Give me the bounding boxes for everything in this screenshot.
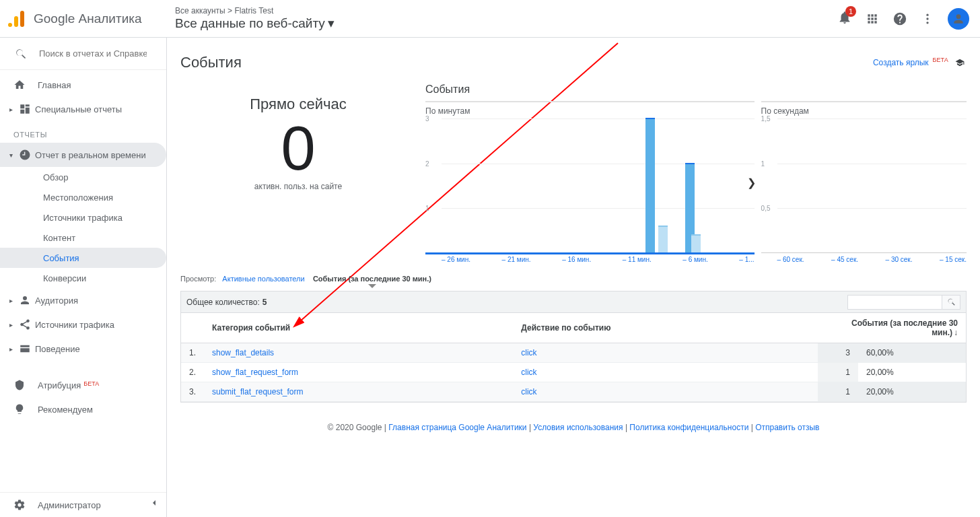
event-count: 3 — [818, 343, 858, 363]
chevron-left-icon — [149, 497, 160, 508]
table-search-button[interactable] — [942, 295, 960, 310]
total-label: Общее количество: — [186, 298, 260, 307]
sort-desc-icon: ↓ — [954, 328, 958, 337]
dashboard-row: Прямо сейчас 0 активн. польз. на сайте С… — [180, 83, 967, 264]
table-row[interactable]: 2.show_flat_request_formclick120,00% — [181, 363, 966, 382]
chart-per-second: По секундам 0,511,5– 60 сек.– 45 сек.– 3… — [761, 101, 967, 264]
sidebar-item-content[interactable]: Контент — [0, 228, 166, 248]
col-category[interactable]: Категория событий — [204, 313, 513, 343]
sidebar-search[interactable] — [0, 38, 166, 70]
sidebar-item-custom-reports[interactable]: ▸ Специальные отчеты — [0, 97, 166, 121]
sidebar-item-label: Аудитория — [35, 296, 78, 306]
footer-link-terms[interactable]: Условия использования — [533, 423, 623, 432]
event-percent: 20,00% — [858, 382, 966, 402]
gear-icon — [13, 499, 26, 511]
sidebar-item-label: Местоположения — [43, 193, 113, 203]
event-action-link[interactable]: click — [513, 343, 818, 363]
sidebar-item-label: Источники трафика — [43, 213, 123, 223]
caret-right-icon: ▸ — [9, 106, 15, 113]
notifications-button[interactable]: 1 — [837, 10, 852, 28]
apps-icon[interactable] — [866, 12, 879, 26]
sidebar-item-conversions[interactable]: Конверсии — [0, 268, 166, 288]
main-content: События Создать ярлык БЕТА Прямо сейчас … — [167, 38, 980, 517]
svg-point-1 — [926, 18, 928, 20]
footer-link-privacy[interactable]: Политика конфиденциальности — [629, 423, 748, 432]
right-now-panel: Прямо сейчас 0 активн. польз. на сайте — [180, 83, 416, 264]
breadcrumb: Все аккаунты > Flatris Test — [175, 6, 335, 15]
table-search-input[interactable] — [847, 295, 942, 310]
sidebar-item-home[interactable]: Главная — [0, 73, 166, 97]
sidebar-item-audience[interactable]: ▸ Аудитория — [0, 288, 166, 312]
col-action[interactable]: Действие по событию — [513, 313, 818, 343]
chart-label: По минутам — [425, 106, 755, 116]
sidebar-item-admin[interactable]: Администратор — [0, 493, 166, 517]
sidebar-item-realtime[interactable]: ▾ Отчет в реальном времени — [0, 143, 166, 167]
sidebar-item-label: Главная — [38, 80, 71, 90]
sidebar-item-locations[interactable]: Местоположения — [0, 187, 166, 207]
event-category-link[interactable]: show_flat_request_form — [204, 363, 513, 382]
beta-chip: БЕТА — [83, 380, 99, 387]
notification-badge: 1 — [845, 6, 856, 17]
property-selector[interactable]: Все аккаунты > Flatris Test Все данные п… — [175, 6, 335, 31]
sidebar-item-acquisition[interactable]: ▸ Источники трафика — [0, 312, 166, 337]
create-shortcut-link[interactable]: Создать ярлык БЕТА — [873, 58, 967, 67]
sidebar-item-traffic[interactable]: Источники трафика — [0, 207, 166, 228]
events-table: Общее количество: 5 Категория событий Де… — [180, 291, 967, 403]
sidebar-item-events[interactable]: События — [0, 248, 166, 268]
person-icon — [19, 294, 31, 306]
help-icon[interactable] — [893, 11, 907, 26]
row-index: 2. — [181, 363, 204, 382]
person-icon — [952, 12, 965, 26]
account-avatar[interactable] — [948, 8, 969, 30]
sidebar-item-label: Специальные отчеты — [35, 104, 122, 114]
event-category-link[interactable]: submit_flat_request_form — [204, 382, 513, 402]
col-events[interactable]: События (за последние 30 мин.)↓ — [818, 313, 966, 343]
row-index: 1. — [181, 343, 204, 363]
caret-right-icon: ▸ — [9, 297, 15, 304]
share-icon — [19, 318, 31, 331]
caret-right-icon: ▸ — [9, 345, 15, 353]
event-count: 1 — [818, 363, 858, 382]
table-row[interactable]: 3.submit_flat_request_formclick120,00% — [181, 382, 966, 402]
tab-active-users[interactable]: Активные пользователи — [222, 275, 304, 283]
sidebar-item-attribution[interactable]: АтрибуцияБЕТА — [0, 373, 166, 397]
sidebar-item-label: Администратор — [38, 500, 101, 510]
total-count: 5 — [262, 298, 267, 307]
lightbulb-icon — [13, 403, 26, 415]
chevron-down-icon: ▾ — [328, 15, 335, 31]
sidebar-item-label: Атрибуция — [38, 380, 81, 390]
dashboard-icon — [19, 103, 31, 115]
sidebar: Главная ▸ Специальные отчеты ОТЧЕТЫ ▾ От… — [0, 38, 167, 517]
sidebar-item-label: Обзор — [43, 172, 69, 182]
home-icon — [13, 79, 26, 91]
event-action-link[interactable]: click — [513, 382, 818, 402]
attribution-icon — [13, 379, 26, 391]
footer-link-feedback[interactable]: Отправить отзыв — [755, 423, 819, 432]
event-category-link[interactable]: show_flat_details — [204, 343, 513, 363]
footer-link-home[interactable]: Главная страница Google Аналитики — [388, 423, 526, 432]
view-tabs: Просмотр: Активные пользователи События … — [180, 275, 967, 288]
page-title: События — [180, 54, 242, 71]
graduation-cap-icon[interactable] — [953, 58, 967, 67]
chart-label: По секундам — [761, 106, 967, 116]
search-icon — [947, 298, 956, 306]
beta-chip: БЕТА — [933, 57, 948, 63]
sidebar-item-discover[interactable]: Рекомендуем — [0, 397, 166, 421]
svg-point-0 — [926, 13, 928, 15]
right-now-title: Прямо сейчас — [180, 96, 416, 113]
chart-next-button[interactable]: ❯ — [747, 176, 756, 189]
event-action-link[interactable]: click — [513, 363, 818, 382]
active-users-count: 0 — [180, 117, 416, 179]
tab-events-30min[interactable]: События (за последние 30 мин.) — [313, 275, 431, 288]
sidebar-item-label: Конверсии — [43, 273, 86, 283]
event-percent: 60,00% — [858, 343, 966, 363]
logo-area[interactable]: Google Аналитика — [8, 9, 175, 28]
more-icon[interactable] — [921, 12, 934, 26]
window-icon — [19, 343, 31, 355]
table-row[interactable]: 1.show_flat_detailsclick360,00% — [181, 343, 966, 363]
sidebar-item-label: Поведение — [35, 344, 80, 354]
collapse-sidebar-button[interactable] — [149, 497, 160, 510]
sidebar-item-behavior[interactable]: ▸ Поведение — [0, 337, 166, 361]
search-input[interactable] — [39, 48, 147, 59]
sidebar-item-overview[interactable]: Обзор — [0, 167, 166, 187]
